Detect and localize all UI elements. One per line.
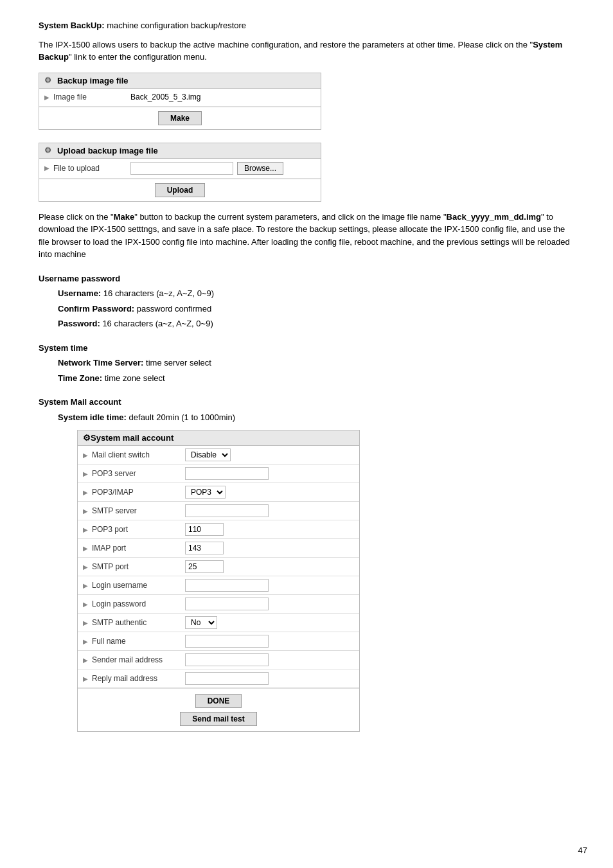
upload-backup-panel: ⚙ Upload backup image file ▶ File to upl… bbox=[39, 143, 321, 202]
confirm-password-line: Confirm Password: password confirmed bbox=[58, 303, 574, 315]
smtp-port-value bbox=[185, 560, 354, 573]
reply-mail-address-input[interactable] bbox=[185, 672, 269, 685]
smtp-authentic-select[interactable]: No Yes bbox=[185, 616, 217, 629]
login-username-row: ▶ Login username bbox=[78, 576, 359, 595]
system-backup-desc: machine configuration backup/restore bbox=[107, 21, 246, 30]
mail-client-switch-value: Disable Enable bbox=[185, 448, 354, 461]
system-time-section-title: System time bbox=[39, 342, 574, 355]
pop3-port-input[interactable] bbox=[185, 523, 224, 536]
mail-client-switch-row: ▶ Mail client switch Disable Enable bbox=[78, 446, 359, 465]
username-line: Username: 16 characters (a~z, A~Z, 0~9) bbox=[58, 287, 574, 300]
system-backup-bold-label: System BackUp: bbox=[39, 21, 105, 30]
smtp-authentic-row: ▶ SMTP authentic No Yes bbox=[78, 614, 359, 632]
mail-panel-title: System mail account bbox=[91, 433, 173, 443]
file-input-area: Browse... bbox=[130, 162, 315, 175]
mail-panel-header: ⚙ System mail account bbox=[78, 430, 359, 446]
imap-port-value bbox=[185, 542, 354, 554]
imap-port-label: IMAP port bbox=[92, 544, 185, 553]
pop3-port-value bbox=[185, 523, 354, 536]
make-button[interactable]: Make bbox=[158, 111, 202, 125]
time-zone-line: Time Zone: time zone select bbox=[58, 372, 574, 385]
upload-button[interactable]: Upload bbox=[155, 183, 206, 197]
smtp-server-label: SMTP server bbox=[92, 506, 185, 515]
login-password-value bbox=[185, 598, 354, 610]
smtp-authentic-label: SMTP authentic bbox=[92, 618, 185, 627]
image-file-label: Image file bbox=[53, 93, 130, 102]
send-mail-test-button[interactable]: Send mail test bbox=[180, 712, 256, 726]
imap-port-input[interactable] bbox=[185, 542, 224, 554]
row-arrow: ▶ bbox=[44, 94, 49, 101]
gear-icon-mail: ⚙ bbox=[83, 433, 91, 443]
file-path-input[interactable] bbox=[130, 162, 233, 175]
backup-image-file-panel: ⚙ Backup image file ▶ Image file Back_20… bbox=[39, 73, 321, 130]
row-arrow-upload: ▶ bbox=[44, 164, 49, 172]
mail-client-switch-label: Mail client switch bbox=[92, 450, 185, 459]
pop3-server-input[interactable] bbox=[185, 467, 269, 480]
row-arrow-mail-3: ▶ bbox=[83, 508, 88, 515]
upload-panel-title: Upload backup image file bbox=[57, 146, 158, 155]
row-arrow-mail-4: ▶ bbox=[83, 526, 88, 533]
gear-icon-upload: ⚙ bbox=[44, 146, 53, 155]
pop3-imap-row: ▶ POP3/IMAP POP3 IMAP bbox=[78, 483, 359, 502]
full-name-input[interactable] bbox=[185, 635, 269, 648]
password-line: Password: 16 characters (a~z, A~Z, 0~9) bbox=[58, 317, 574, 330]
login-password-input[interactable] bbox=[185, 598, 269, 610]
smtp-server-input[interactable] bbox=[185, 504, 269, 517]
upload-button-row: Upload bbox=[39, 179, 321, 201]
row-arrow-mail-12: ▶ bbox=[83, 675, 88, 682]
pop3-server-label: POP3 server bbox=[92, 469, 185, 478]
system-mail-account-section-title: System Mail account bbox=[39, 396, 574, 409]
network-time-server-line: Network Time Server: time server select bbox=[58, 357, 574, 369]
system-mail-account-panel: ⚙ System mail account ▶ Mail client swit… bbox=[77, 430, 360, 732]
sender-mail-address-row: ▶ Sender mail address bbox=[78, 651, 359, 669]
pop3-server-value bbox=[185, 467, 354, 480]
row-arrow-mail-5: ▶ bbox=[83, 545, 88, 552]
full-name-value bbox=[185, 635, 354, 648]
done-button[interactable]: DONE bbox=[195, 694, 242, 708]
smtp-port-label: SMTP port bbox=[92, 562, 185, 571]
file-to-upload-row: ▶ File to upload Browse... bbox=[39, 159, 321, 179]
backup-image-file-row: ▶ Image file Back_2005_5_3.img bbox=[39, 89, 321, 107]
login-username-input[interactable] bbox=[185, 579, 269, 592]
login-username-label: Login username bbox=[92, 581, 185, 590]
image-file-value: Back_2005_5_3.img bbox=[130, 93, 315, 102]
row-arrow-mail-10: ▶ bbox=[83, 638, 88, 645]
backup-make-button-row: Make bbox=[39, 107, 321, 129]
gear-icon: ⚙ bbox=[44, 76, 53, 85]
sender-mail-address-input[interactable] bbox=[185, 653, 269, 666]
full-name-label: Full name bbox=[92, 637, 185, 646]
sender-mail-address-value bbox=[185, 653, 354, 666]
row-arrow-mail-9: ▶ bbox=[83, 619, 88, 626]
smtp-port-input[interactable] bbox=[185, 560, 224, 573]
smtp-server-row: ▶ SMTP server bbox=[78, 502, 359, 520]
mail-buttons-area: DONE Send mail test bbox=[78, 688, 359, 731]
backup-panel-title: Backup image file bbox=[57, 76, 129, 85]
smtp-port-row: ▶ SMTP port bbox=[78, 558, 359, 576]
username-password-section-title: Username password bbox=[39, 272, 574, 285]
system-time-details: Network Time Server: time server select … bbox=[58, 357, 574, 384]
backup-panel-header: ⚙ Backup image file bbox=[39, 73, 321, 89]
upload-panel-header: ⚙ Upload backup image file bbox=[39, 143, 321, 159]
pop3-port-label: POP3 port bbox=[92, 525, 185, 534]
pop3-port-row: ▶ POP3 port bbox=[78, 520, 359, 539]
imap-port-row: ▶ IMAP port bbox=[78, 539, 359, 558]
browse-button[interactable]: Browse... bbox=[237, 162, 283, 175]
pop3-imap-label: POP3/IMAP bbox=[92, 488, 185, 497]
system-idle-time-line: System idle time: default 20min (1 to 10… bbox=[58, 411, 574, 424]
smtp-authentic-value: No Yes bbox=[185, 616, 354, 629]
reply-mail-address-label: Reply mail address bbox=[92, 674, 185, 683]
login-username-value bbox=[185, 579, 354, 592]
sender-mail-address-label: Sender mail address bbox=[92, 655, 185, 664]
row-arrow-mail-6: ▶ bbox=[83, 563, 88, 571]
intro-paragraph-1: The IPX-1500 allows users to backup the … bbox=[39, 39, 574, 64]
file-to-upload-label: File to upload bbox=[53, 164, 130, 173]
post-panel-description: Please click on the "Make" button to bac… bbox=[39, 211, 574, 261]
login-password-label: Login password bbox=[92, 599, 185, 608]
mail-client-switch-select[interactable]: Disable Enable bbox=[185, 448, 231, 461]
username-password-details: Username: 16 characters (a~z, A~Z, 0~9) … bbox=[58, 287, 574, 330]
row-arrow-mail-11: ▶ bbox=[83, 657, 88, 664]
pop3-server-row: ▶ POP3 server bbox=[78, 465, 359, 483]
reply-mail-address-value bbox=[185, 672, 354, 685]
pop3-imap-select[interactable]: POP3 IMAP bbox=[185, 486, 226, 499]
row-arrow-mail-7: ▶ bbox=[83, 582, 88, 589]
